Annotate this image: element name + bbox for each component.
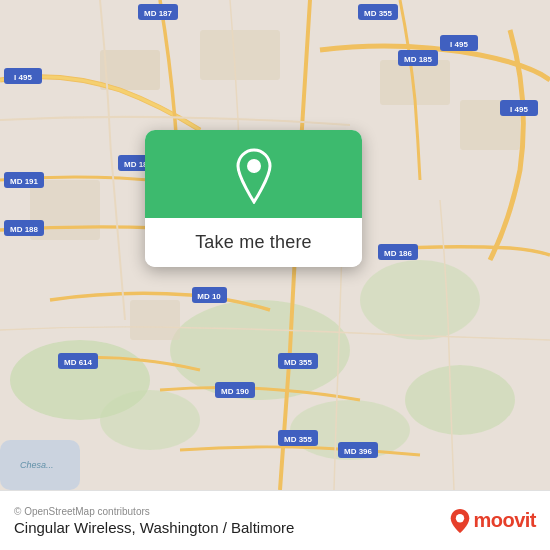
location-title: Cingular Wireless, Washington / Baltimor… [14, 519, 294, 536]
svg-point-3 [360, 260, 480, 340]
svg-point-2 [170, 300, 350, 400]
moovit-logo: moovit [449, 508, 536, 534]
svg-text:MD 355: MD 355 [364, 9, 393, 18]
moovit-brand-text: moovit [473, 509, 536, 532]
svg-text:Chesa...: Chesa... [20, 460, 54, 470]
svg-point-48 [456, 514, 464, 522]
popup-card: Take me there [145, 130, 362, 267]
svg-text:MD 186: MD 186 [384, 249, 413, 258]
svg-text:MD 185: MD 185 [404, 55, 433, 64]
svg-text:I 495: I 495 [510, 105, 528, 114]
svg-point-47 [247, 159, 261, 173]
bottom-info: © OpenStreetMap contributors Cingular Wi… [14, 506, 294, 536]
svg-text:I 495: I 495 [450, 40, 468, 49]
svg-rect-13 [130, 300, 180, 340]
moovit-pin-icon [449, 508, 471, 534]
svg-text:I 495: I 495 [14, 73, 32, 82]
svg-point-4 [405, 365, 515, 435]
svg-text:MD 191: MD 191 [10, 177, 39, 186]
svg-text:MD 355: MD 355 [284, 358, 313, 367]
svg-point-5 [100, 390, 200, 450]
location-pin-icon [232, 148, 276, 204]
svg-text:MD 396: MD 396 [344, 447, 373, 456]
take-me-there-button[interactable]: Take me there [145, 218, 362, 267]
attribution: © OpenStreetMap contributors [14, 506, 294, 517]
svg-text:MD 188: MD 188 [10, 225, 39, 234]
svg-rect-9 [200, 30, 280, 80]
svg-text:MD 190: MD 190 [221, 387, 250, 396]
popup-header [145, 130, 362, 218]
map-container: I 495 MD 187 MD 187 MD 355 MD 185 I 495 … [0, 0, 550, 490]
svg-text:MD 614: MD 614 [64, 358, 93, 367]
bottom-bar: © OpenStreetMap contributors Cingular Wi… [0, 490, 550, 550]
svg-text:MD 10: MD 10 [197, 292, 221, 301]
svg-text:MD 187: MD 187 [144, 9, 173, 18]
svg-text:MD 355: MD 355 [284, 435, 313, 444]
